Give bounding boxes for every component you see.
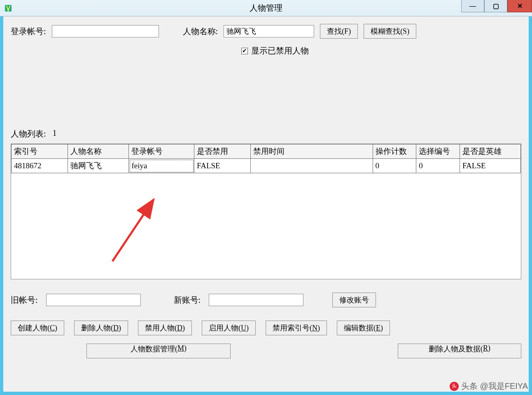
cell-disabled[interactable]: FALSE: [194, 159, 251, 173]
action-buttons-2: 人物数据管理(M) 删除人物及数据(R): [11, 344, 521, 358]
watermark-icon: 头: [450, 382, 459, 391]
show-disabled-label: 显示已禁用人物: [251, 45, 309, 56]
cell-login[interactable]: feiya: [129, 159, 194, 173]
minimize-button[interactable]: —: [461, 0, 484, 12]
modify-account-button[interactable]: 修改账号: [332, 293, 376, 307]
close-button[interactable]: ✕: [507, 0, 532, 12]
app-icon: [4, 4, 12, 12]
watermark-text: 头条 @我是FEIYA: [461, 381, 528, 392]
new-account-label: 新账号:: [174, 295, 201, 306]
create-character-button[interactable]: 创建人物(C): [11, 321, 64, 335]
new-account-input[interactable]: [209, 294, 303, 306]
character-table[interactable]: 索引号 人物名称 登录帐号 是否禁用 禁用时间 操作计数 选择编号 是否是英雄 …: [11, 144, 521, 279]
col-op-count[interactable]: 操作计数: [373, 144, 416, 159]
enable-character-button[interactable]: 启用人物(U): [202, 321, 256, 335]
account-change-row: 旧帐号: 新账号: 修改账号: [11, 293, 521, 307]
col-login[interactable]: 登录帐号: [129, 144, 194, 159]
find-button[interactable]: 查找(F): [320, 24, 358, 39]
disable-index-button[interactable]: 禁用索引号(N): [266, 321, 327, 335]
window-controls: — ▢ ✕: [461, 0, 532, 12]
cell-select-no[interactable]: 0: [416, 159, 460, 173]
col-disabled[interactable]: 是否禁用: [194, 144, 251, 159]
table-header-row: 索引号 人物名称 登录帐号 是否禁用 禁用时间 操作计数 选择编号 是否是英雄: [12, 144, 521, 159]
col-is-hero[interactable]: 是否是英雄: [460, 144, 520, 159]
list-count-row: 人物列表: 1: [11, 128, 521, 139]
cell-disable-time[interactable]: [251, 159, 373, 173]
action-buttons: 创建人物(C) 删除人物(D) 禁用人物(D) 启用人物(U) 禁用索引号(N)…: [11, 321, 521, 335]
col-select-no[interactable]: 选择编号: [416, 144, 460, 159]
edit-data-button[interactable]: 编辑数据(E): [337, 321, 390, 335]
character-name-input[interactable]: [224, 25, 314, 37]
cell-is-hero[interactable]: FALSE: [460, 159, 520, 173]
cell-index[interactable]: 4818672: [12, 159, 68, 173]
show-disabled-row[interactable]: ✔ 显示已禁用人物: [241, 45, 521, 56]
col-name[interactable]: 人物名称: [68, 144, 129, 159]
data-manage-button[interactable]: 人物数据管理(M): [86, 344, 231, 358]
login-account-label: 登录帐号:: [11, 26, 46, 37]
delete-character-button[interactable]: 删除人物(D): [74, 321, 128, 335]
delete-character-data-button[interactable]: 删除人物及数据(R): [398, 344, 521, 358]
table-row[interactable]: 4818672 驰网飞飞 feiya FALSE 0 0 FALSE: [12, 159, 521, 173]
cell-name[interactable]: 驰网飞飞: [68, 159, 129, 173]
list-count: 1: [53, 128, 57, 139]
watermark: 头 头条 @我是FEIYA: [450, 381, 528, 392]
character-name-label: 人物名称:: [183, 26, 218, 37]
client-area: 登录帐号: 人物名称: 查找(F) 模糊查找(S) ✔ 显示已禁用人物 人物列表…: [3, 16, 529, 392]
disable-character-button[interactable]: 禁用人物(D): [138, 321, 192, 335]
col-disable-time[interactable]: 禁用时间: [251, 144, 373, 159]
titlebar: 人物管理 — ▢ ✕: [0, 0, 532, 16]
window-title: 人物管理: [250, 2, 282, 14]
cell-op-count[interactable]: 0: [373, 159, 416, 173]
login-account-input[interactable]: [52, 25, 159, 37]
show-disabled-checkbox[interactable]: ✔: [241, 48, 248, 54]
col-index[interactable]: 索引号: [12, 144, 68, 159]
old-account-label: 旧帐号:: [11, 295, 38, 306]
search-bar: 登录帐号: 人物名称: 查找(F) 模糊查找(S): [11, 24, 521, 39]
old-account-input[interactable]: [46, 294, 141, 306]
list-label: 人物列表:: [11, 128, 46, 139]
maximize-button[interactable]: ▢: [484, 0, 507, 12]
fuzzy-find-button[interactable]: 模糊查找(S): [364, 24, 416, 39]
